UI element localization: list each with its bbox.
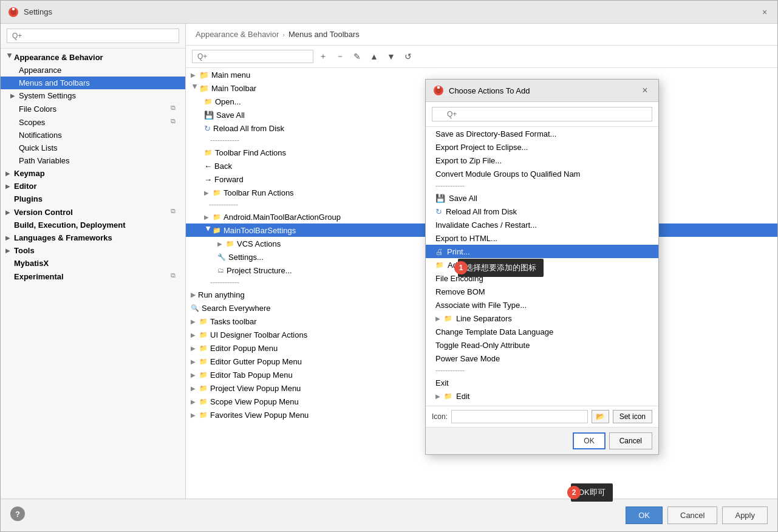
- dialog-item-label: Save All: [449, 194, 477, 203]
- choose-actions-dialog[interactable]: Choose Actions To Add × Save as Director…: [425, 79, 659, 455]
- sidebar-item-menus-toolbars[interactable]: Menus and Toolbars: [1, 77, 185, 89]
- sidebar-item-path-variables[interactable]: Path Variables: [1, 154, 185, 167]
- dialog-item-export-html[interactable]: Export to HTML...: [426, 231, 658, 245]
- title-bar: Settings ×: [1, 1, 777, 24]
- dialog-buttons: OK Cancel: [426, 428, 658, 454]
- move-down-button[interactable]: ▼: [384, 49, 398, 64]
- copy-badge-icon: ⧉: [171, 104, 180, 114]
- dialog-item-add-favorites[interactable]: 📁 Add to Favorites: [426, 258, 658, 271]
- edit-button[interactable]: ✎: [350, 49, 364, 64]
- dialog-item-change-template[interactable]: Change Template Data Language: [426, 325, 658, 338]
- copy-badge-icon: ⧉: [171, 117, 180, 127]
- sidebar-item-mybatisx[interactable]: MybatisX: [1, 257, 185, 270]
- dialog-item-invalidate-caches[interactable]: Invalidate Caches / Restart...: [426, 218, 658, 231]
- expand-arrow: ▶: [7, 53, 13, 62]
- dialog-item-power-save[interactable]: Power Save Mode: [426, 352, 658, 365]
- expand-arrow-icon: ▶: [192, 84, 199, 92]
- remove-button[interactable]: －: [333, 49, 347, 64]
- ok-button[interactable]: OK: [626, 506, 663, 524]
- svg-rect-5: [437, 86, 440, 89]
- expand-arrow-icon: ▶: [191, 385, 199, 392]
- dialog-search-input[interactable]: [432, 107, 652, 121]
- sidebar-item-label: Plugins: [14, 194, 180, 203]
- apply-button[interactable]: Apply: [722, 506, 768, 524]
- expand-arrow-icon: ▶: [191, 398, 199, 405]
- sidebar-item-tools[interactable]: ▶ Tools: [1, 244, 185, 257]
- sidebar-item-label: Editor: [14, 182, 180, 191]
- breadcrumb-current: Menus and Toolbars: [288, 30, 360, 39]
- dialog-item-reload-disk[interactable]: ↻ Reload All from Disk: [426, 205, 658, 218]
- sidebar-item-system-settings[interactable]: ▶ System Settings: [1, 89, 185, 102]
- sidebar-item-version-control[interactable]: ▶ Version Control ⧉: [1, 205, 185, 219]
- dialog-item-associate-file-type[interactable]: Associate with File Type...: [426, 298, 658, 312]
- dialog-item-save-all[interactable]: 💾 Save All: [426, 191, 658, 205]
- browse-icon-button[interactable]: 📂: [592, 410, 609, 423]
- sidebar-item-appearance-behavior[interactable]: ▶ Appearance & Behavior: [1, 51, 185, 64]
- dialog-item-save-as-dir[interactable]: Save as Directory-Based Format...: [426, 127, 658, 140]
- dialog-close-button[interactable]: ×: [639, 84, 651, 97]
- sidebar-item-quick-lists[interactable]: Quick Lists: [1, 142, 185, 154]
- run-icon: ▶: [191, 291, 196, 299]
- icon-input[interactable]: [451, 410, 588, 423]
- expand-arrow: ▶: [5, 209, 14, 216]
- expand-arrow-icon: ▶: [435, 393, 440, 400]
- dialog-item-label: Toggle Read-Only Attribute: [435, 341, 530, 350]
- close-button[interactable]: ×: [759, 7, 770, 18]
- expand-arrow-icon: ▶: [435, 315, 440, 322]
- sidebar-item-editor[interactable]: ▶ Editor: [1, 180, 185, 193]
- sidebar-search-input[interactable]: [7, 29, 179, 43]
- sidebar-item-notifications[interactable]: Notifications: [1, 129, 185, 142]
- sidebar-item-plugins[interactable]: Plugins: [1, 193, 185, 205]
- dialog-item-toggle-readonly[interactable]: Toggle Read-Only Attribute: [426, 338, 658, 352]
- sidebar-item-label: Menus and Toolbars: [19, 78, 180, 87]
- folder-icon: 📁: [444, 392, 452, 400]
- dialog-separator-2: ------------: [426, 365, 658, 376]
- tree-item-label: VCS Actions: [237, 239, 281, 248]
- copy-badge-icon: ⧉: [171, 207, 180, 217]
- sidebar-item-keymap[interactable]: ▶ Keymap: [1, 167, 185, 180]
- tree-item-label: Forward: [214, 175, 244, 184]
- breadcrumb-separator: ›: [282, 31, 285, 38]
- cancel-button[interactable]: Cancel: [667, 506, 717, 524]
- sidebar-item-label: Path Variables: [19, 156, 180, 165]
- sidebar-item-languages[interactable]: ▶ Languages & Frameworks: [1, 231, 185, 244]
- move-up-button[interactable]: ▲: [367, 49, 381, 64]
- set-icon-button[interactable]: Set icon: [613, 410, 652, 423]
- dialog-icon-bar: Icon: 📂 Set icon: [426, 406, 658, 428]
- dialog-cancel-button[interactable]: Cancel: [609, 432, 652, 449]
- folder-icon: 📁: [444, 315, 452, 322]
- folder-icon: 📁: [213, 213, 221, 221]
- sidebar-item-label: Appearance: [19, 66, 180, 75]
- help-button[interactable]: ?: [10, 506, 25, 521]
- dialog-item-export-eclipse[interactable]: Export Project to Eclipse...: [426, 140, 658, 154]
- dialog-item-exit[interactable]: Exit: [426, 376, 658, 389]
- dialog-item-label: Export to HTML...: [435, 234, 497, 243]
- dialog-item-edit[interactable]: ▶ 📁 Edit: [426, 389, 658, 403]
- dialog-item-file-encoding[interactable]: File Encoding: [426, 271, 658, 285]
- reset-button[interactable]: ↺: [401, 49, 415, 64]
- dialog-item-line-separators[interactable]: ▶ 📁 Line Separators: [426, 312, 658, 325]
- dialog-item-label: Edit: [456, 392, 469, 401]
- toolbar-search-input[interactable]: [192, 50, 313, 63]
- section-label: Appearance & Behavior: [14, 53, 180, 62]
- add-button[interactable]: ＋: [316, 49, 330, 64]
- dialog-item-remove-bom[interactable]: Remove BOM: [426, 285, 658, 298]
- sidebar-item-appearance[interactable]: Appearance: [1, 64, 185, 77]
- save-icon: 💾: [204, 111, 214, 120]
- tree-item-label: Run anything: [198, 290, 245, 299]
- folder-icon: 📁: [199, 84, 209, 93]
- sidebar-item-scopes[interactable]: Scopes ⧉: [1, 115, 185, 129]
- sidebar-item-label: System Settings: [19, 91, 180, 100]
- copy-badge-icon: ⧉: [171, 271, 180, 281]
- sidebar-item-file-colors[interactable]: File Colors ⧉: [1, 102, 185, 115]
- tree-item-label: Editor Popup Menu: [210, 344, 278, 353]
- tree-item-label: Editor Gutter Popup Menu: [210, 357, 302, 366]
- sidebar-item-label: Experimental: [14, 272, 171, 281]
- expand-arrow: ▶: [5, 234, 14, 241]
- sidebar-item-experimental[interactable]: Experimental ⧉: [1, 270, 185, 283]
- dialog-item-convert-module[interactable]: Convert Module Groups to Qualified Nam: [426, 167, 658, 180]
- dialog-item-print[interactable]: 🖨 Print...: [426, 245, 658, 258]
- sidebar-item-build-execution[interactable]: Build, Execution, Deployment: [1, 219, 185, 231]
- dialog-ok-button[interactable]: OK: [573, 432, 605, 449]
- dialog-item-export-zip[interactable]: Export to Zip File...: [426, 154, 658, 167]
